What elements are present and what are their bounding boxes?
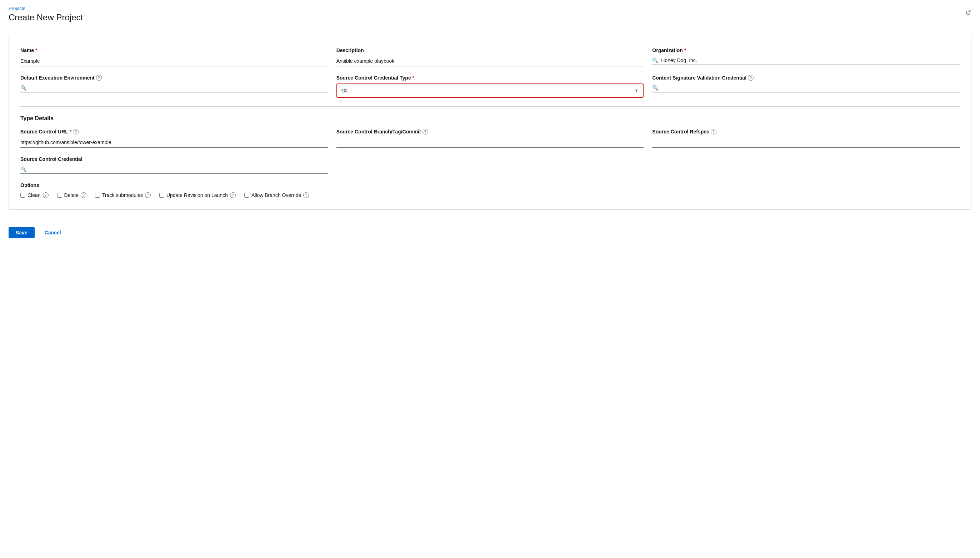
label-default-exec-env: Default Execution Environment ? [20,75,328,80]
help-icon-sc-url[interactable]: ? [73,129,79,135]
exec-env-search-wrapper: 🔍 [20,84,328,92]
required-star-org: * [684,48,686,53]
field-sc-branch: Source Control Branch/Tag/Commit ? [336,129,644,148]
page-header: Projects Create New Project ↺ [0,0,980,27]
cancel-button[interactable]: Cancel [39,227,67,238]
checkbox-allow-branch-override[interactable] [244,193,249,198]
content-sig-search-wrapper: 🔍 [652,84,960,92]
section-divider [20,106,960,107]
field-organization: Organization * 🔍 [652,48,960,66]
header-left: Projects Create New Project [8,6,83,23]
form-footer: Save Cancel [0,218,980,247]
help-icon-delete[interactable]: ? [81,192,86,198]
row-sc-url-branch-refspec: Source Control URL * ? Source Control Br… [20,129,960,148]
checkbox-delete[interactable] [57,193,62,198]
option-track-submodules: Track submodules ? [95,192,151,198]
save-button[interactable]: Save [8,227,35,238]
page-title: Create New Project [8,13,83,23]
options-section: Options Clean ? Delete ? Track submodule… [20,182,960,198]
input-exec-env[interactable] [29,85,328,90]
org-search-icon: 🔍 [652,57,658,63]
row-name-description-org: Name * Description Organization * 🔍 [20,48,960,66]
input-content-sig[interactable] [661,85,960,90]
input-name[interactable] [20,56,328,66]
input-description[interactable] [336,56,644,66]
help-icon-clean[interactable]: ? [43,192,49,198]
option-delete: Delete ? [57,192,86,198]
label-update-revision[interactable]: Update Revision on Launch [166,192,228,198]
help-icon-sc-branch[interactable]: ? [423,129,428,135]
field-content-sig-validation: Content Signature Validation Credential … [652,75,960,98]
checkbox-update-revision[interactable] [159,193,164,198]
option-update-revision: Update Revision on Launch ? [159,192,236,198]
field-sc-refspec: Source Control Refspec ? [652,129,960,148]
required-star-name: * [35,48,37,53]
options-title: Options [20,182,960,188]
org-search-wrapper: 🔍 [652,56,960,65]
label-source-control-type: Source Control Credential Type * [336,75,644,80]
input-sc-branch[interactable] [336,137,644,148]
sc-credential-search-wrapper: 🔍 [20,165,328,174]
help-icon-allow-branch-override[interactable]: ? [303,192,309,198]
required-star-sc-url: * [70,129,71,135]
field-sc-url: Source Control URL * ? [20,129,328,148]
history-icon[interactable]: ↺ [965,8,972,17]
field-source-control-type: Source Control Credential Type * Manual … [336,75,644,98]
field-default-exec-env: Default Execution Environment ? 🔍 [20,75,328,98]
checkbox-clean[interactable] [20,193,25,198]
option-clean: Clean ? [20,192,49,198]
help-icon-update-revision[interactable]: ? [230,192,236,198]
label-content-sig-validation: Content Signature Validation Credential … [652,75,960,80]
label-name: Name * [20,48,328,53]
label-track-submodules[interactable]: Track submodules [102,192,143,198]
label-organization: Organization * [652,48,960,53]
field-description: Description [336,48,644,66]
label-allow-branch-override[interactable]: Allow Branch Override [252,192,301,198]
select-source-control-type[interactable]: Manual Git Subversion Mercurial Red Hat … [337,84,643,97]
label-description: Description [336,48,644,53]
breadcrumb[interactable]: Projects [8,6,83,11]
select-wrapper-scct: Manual Git Subversion Mercurial Red Hat … [336,84,644,98]
content-sig-search-icon: 🔍 [652,85,658,90]
required-star-scct: * [412,75,414,80]
label-clean[interactable]: Clean [28,192,41,198]
input-sc-refspec[interactable] [652,137,960,148]
help-icon-content-sig[interactable]: ? [748,75,754,80]
field-sc-credential: Source Control Credential 🔍 [20,156,328,174]
label-sc-branch: Source Control Branch/Tag/Commit ? [336,129,644,135]
field-name: Name * [20,48,328,66]
checkbox-track-submodules[interactable] [95,193,100,198]
input-sc-credential[interactable] [29,166,328,172]
label-sc-credential: Source Control Credential [20,156,328,162]
label-delete[interactable]: Delete [64,192,79,198]
section-title-type-details: Type Details [20,115,960,121]
exec-env-search-icon: 🔍 [20,85,26,90]
row-sc-credential: Source Control Credential 🔍 [20,156,960,174]
options-row: Clean ? Delete ? Track submodules ? Upda… [20,192,960,198]
label-sc-refspec: Source Control Refspec ? [652,129,960,135]
row-exec-env-scct-csvc: Default Execution Environment ? 🔍 Source… [20,75,960,98]
help-icon-track-submodules[interactable]: ? [145,192,151,198]
label-sc-url: Source Control URL * ? [20,129,328,135]
page-wrapper: Projects Create New Project ↺ Name * Des… [0,0,980,558]
input-sc-url[interactable] [20,137,328,148]
sc-credential-search-icon: 🔍 [20,166,26,172]
help-icon-exec-env[interactable]: ? [96,75,102,80]
input-organization[interactable] [661,57,960,63]
option-allow-branch-override: Allow Branch Override ? [244,192,309,198]
help-icon-sc-refspec[interactable]: ? [711,129,716,135]
form-container: Name * Description Organization * 🔍 [8,36,972,210]
